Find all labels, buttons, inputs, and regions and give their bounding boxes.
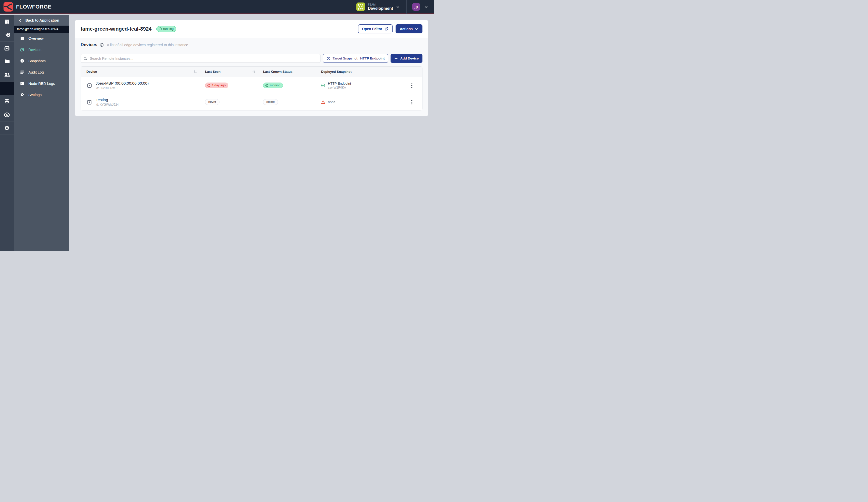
- rail-item-billing[interactable]: $: [0, 108, 14, 122]
- back-to-application[interactable]: Back to Application: [14, 15, 69, 25]
- alert-circle-icon: [207, 84, 210, 87]
- sidebar-item-nodered-logs[interactable]: Node-RED Logs: [14, 78, 69, 89]
- sidebar-item-snapshots[interactable]: Snapshots: [14, 55, 69, 66]
- search-wrap: [81, 54, 320, 63]
- clock-icon: [20, 59, 24, 63]
- column-header-status[interactable]: Last Known Status: [260, 70, 318, 74]
- status-cell: offline: [260, 99, 318, 105]
- sort-icon[interactable]: [193, 70, 197, 74]
- gear-icon: [20, 93, 24, 97]
- user-avatar: jp: [412, 3, 420, 11]
- target-snapshot-button[interactable]: Target Snapshot: HTTP Endpoint: [323, 54, 388, 63]
- flowforge-logo[interactable]: [3, 2, 13, 12]
- column-label: Last Known Status: [263, 70, 292, 74]
- snapshot-id: yavrW1R0KA: [328, 86, 351, 90]
- devices-description: A list of all edge devices registered to…: [107, 43, 189, 47]
- sidebar-item-devices[interactable]: Devices: [14, 44, 69, 55]
- info-icon[interactable]: [100, 43, 104, 47]
- app-root: FLOWFORGE TEAM: Development: [0, 0, 434, 251]
- rail-item-pipelines[interactable]: [0, 28, 14, 42]
- user-menu[interactable]: jp: [407, 0, 430, 13]
- last-seen-badge: 1 day ago: [205, 83, 228, 88]
- actions-label: Actions: [400, 27, 413, 31]
- play-circle-icon: [158, 27, 162, 31]
- chip-icon: [86, 83, 92, 88]
- sidebar-item-audit-log[interactable]: Audit Log: [14, 66, 69, 78]
- last-seen-badge: never: [205, 99, 219, 105]
- open-editor-button[interactable]: Open Editor: [358, 24, 393, 33]
- icon-rail: $: [0, 15, 14, 251]
- snapshot-none: none: [328, 100, 335, 104]
- search-input[interactable]: [81, 54, 320, 63]
- rail-item-library[interactable]: [0, 55, 14, 68]
- column-header-last-seen[interactable]: Last Seen: [202, 70, 260, 74]
- snapshot-cell: none: [318, 100, 402, 104]
- overview-icon: [20, 36, 24, 40]
- last-seen-label: 1 day ago: [212, 84, 226, 87]
- device-name: Testing: [96, 98, 118, 102]
- row-menu-cell: [402, 82, 422, 90]
- settings-icon: [4, 125, 10, 131]
- rail-item-applications[interactable]: [0, 15, 14, 28]
- instance-panel: tame-green-winged-teal-8924 running Open…: [75, 20, 428, 116]
- play-circle-icon: [265, 84, 268, 87]
- devices-title: Devices: [81, 42, 97, 48]
- device-row[interactable]: Joes-MBP (00:00:00:00:00:00) id: 962R0LR…: [81, 77, 422, 94]
- actions-button[interactable]: Actions: [395, 24, 422, 33]
- team-avatar: [356, 2, 365, 11]
- nav-brand-group: FLOWFORGE: [3, 2, 51, 12]
- chevron-down-icon: [396, 5, 400, 9]
- kebab-menu-icon[interactable]: [410, 98, 414, 106]
- rail-item-devices[interactable]: [0, 42, 14, 55]
- add-device-button[interactable]: Add Device: [391, 54, 422, 63]
- plus-icon: [394, 57, 398, 60]
- sidebar-item-label: Node-RED Logs: [28, 82, 55, 86]
- rail-item-broker[interactable]: [0, 95, 14, 108]
- add-device-label: Add Device: [400, 56, 419, 60]
- check-circle-icon: [321, 83, 325, 87]
- devices-icon: [4, 45, 10, 51]
- top-navbar: FLOWFORGE TEAM: Development: [0, 0, 434, 14]
- flowforge-logo-icon: [4, 2, 12, 11]
- kebab-menu-icon[interactable]: [410, 82, 414, 90]
- column-header-snapshot[interactable]: Deployed Snapshot: [318, 70, 402, 74]
- clock-icon: [327, 56, 331, 61]
- devices-controls: Target Snapshot: HTTP Endpoint Add Devic…: [81, 54, 422, 63]
- external-link-icon: [384, 27, 389, 31]
- chevron-down-icon: [424, 5, 428, 9]
- rail-item-settings[interactable]: [0, 122, 14, 135]
- status-badge: running: [263, 83, 283, 88]
- brand-name: FLOWFORGE: [16, 4, 51, 10]
- page-title: tame-green-winged-teal-8924: [81, 26, 152, 32]
- section-divider: [81, 51, 422, 51]
- chip-icon: [20, 48, 24, 52]
- device-row[interactable]: Testing id: XYGWdvJ924 never: [81, 94, 422, 110]
- device-id: id: XYGWdvJ924: [96, 103, 118, 106]
- instance-sidebar: Back to Application tame-green-winged-te…: [14, 15, 69, 251]
- team-selector[interactable]: TEAM: Development: [353, 0, 406, 13]
- sidebar-item-settings[interactable]: Settings: [14, 89, 69, 101]
- chevron-down-icon: [415, 27, 418, 31]
- nav-right-group: TEAM: Development jp: [353, 0, 430, 13]
- rail-item-members[interactable]: [0, 68, 14, 82]
- column-header-device[interactable]: Device: [81, 70, 202, 74]
- team-avatar-pattern: [356, 2, 365, 11]
- device-id: id: 962R0LRwEL: [96, 86, 149, 90]
- warning-triangle-icon: [321, 100, 325, 104]
- target-snapshot-value: HTTP Endpoint: [360, 56, 384, 60]
- broker-icon: [4, 98, 10, 105]
- status-label: offline: [266, 100, 275, 104]
- sidebar-item-label: Devices: [28, 48, 41, 52]
- sidebar-item-overview[interactable]: Overview: [14, 33, 69, 44]
- team-text: TEAM: Development: [368, 3, 393, 11]
- last-seen-cell: 1 day ago: [202, 83, 260, 88]
- sidebar-item-label: Settings: [28, 93, 41, 97]
- members-icon: [4, 72, 10, 78]
- table-header: Device Last Seen: [81, 66, 422, 77]
- snapshot-cell: HTTP Endpoint yavrW1R0KA: [318, 82, 402, 90]
- sidebar-item-label: Audit Log: [28, 70, 44, 74]
- last-seen-cell: never: [202, 99, 260, 105]
- rail-item-active-empty[interactable]: [0, 82, 14, 95]
- sort-icon[interactable]: [252, 70, 256, 74]
- instance-name: tame-green-winged-teal-8924: [17, 27, 58, 31]
